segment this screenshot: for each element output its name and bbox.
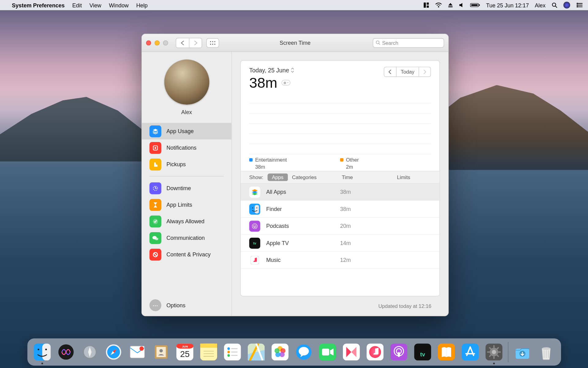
svg-rect-2 — [427, 6, 429, 8]
prev-day-button[interactable] — [384, 67, 396, 76]
dock-trash-icon[interactable] — [535, 341, 556, 362]
svg-rect-94 — [462, 343, 478, 360]
svg-point-81 — [299, 347, 309, 355]
dock-tv-icon[interactable]: tv — [412, 341, 433, 362]
date-selector[interactable]: Today, 25 June — [249, 67, 384, 74]
dock-mail-icon[interactable] — [126, 341, 148, 362]
dock-reminders-icon[interactable] — [222, 341, 243, 362]
podcasts-icon — [249, 220, 260, 232]
svg-rect-1 — [427, 2, 429, 5]
wifi-icon[interactable] — [435, 2, 442, 8]
svg-point-16 — [210, 41, 211, 42]
ellipsis-icon: ⋯ — [149, 299, 161, 311]
dock-music-icon[interactable] — [364, 341, 385, 362]
spotlight-icon[interactable] — [552, 2, 557, 8]
sidebar: Alex App Usage Notifications Pickups Dow… — [142, 52, 232, 316]
dock-news-icon[interactable] — [341, 341, 362, 362]
date-label: Today, 25 June — [249, 67, 289, 74]
menu-view[interactable]: View — [89, 2, 101, 8]
sidebar-item-communication[interactable]: Communication — [142, 230, 232, 246]
search-input[interactable]: Search — [373, 38, 444, 47]
dock-notes-icon[interactable] — [198, 341, 219, 362]
show-label: Show: — [249, 174, 263, 180]
svg-rect-83 — [322, 349, 329, 355]
svg-point-34 — [252, 207, 253, 208]
today-button[interactable]: Today — [396, 67, 419, 76]
zoom-button[interactable] — [163, 40, 168, 45]
dock-finder-icon[interactable] — [32, 341, 53, 362]
sidebar-item-downtime[interactable]: Downtime — [142, 180, 232, 196]
dock-messages-icon[interactable] — [293, 341, 314, 362]
eject-icon[interactable] — [448, 2, 453, 8]
menubar-user[interactable]: Alex — [535, 2, 545, 8]
svg-point-19 — [210, 44, 211, 44]
toggle-categories[interactable]: Categories — [288, 174, 321, 181]
forward-button[interactable] — [189, 38, 202, 47]
hourglass-icon — [149, 199, 161, 211]
dock-facetime-icon[interactable] — [317, 341, 338, 362]
menu-window[interactable]: Window — [109, 2, 129, 8]
svg-point-17 — [212, 41, 213, 42]
app-row[interactable]: Finder 38m — [241, 201, 439, 217]
menubar-datetime[interactable]: Tue 25 Jun 12:17 — [486, 2, 529, 8]
svg-point-45 — [37, 349, 39, 351]
updated-label: Updated today at 12:16 — [379, 303, 432, 309]
dock-podcasts-icon[interactable] — [388, 341, 409, 362]
dock-settings-icon[interactable] — [483, 341, 504, 362]
app-row[interactable]: Podcasts 20m — [241, 218, 439, 235]
menubar: System Preferences Edit View Window Help… — [0, 0, 588, 10]
menu-edit[interactable]: Edit — [72, 2, 82, 8]
dock-siri-icon[interactable] — [55, 341, 76, 362]
svg-point-90 — [398, 352, 400, 357]
sidebar-item-label: App Usage — [166, 128, 194, 134]
close-button[interactable] — [146, 40, 151, 45]
dock-contacts-icon[interactable] — [150, 341, 172, 362]
sidebar-item-app-usage[interactable]: App Usage — [142, 123, 232, 140]
menu-help[interactable]: Help — [136, 2, 148, 8]
svg-rect-7 — [479, 4, 480, 6]
toggle-apps[interactable]: Apps — [268, 174, 288, 181]
app-row[interactable]: All Apps 38m — [241, 184, 439, 201]
sidebar-item-app-limits[interactable]: App Limits — [142, 196, 232, 213]
dock-launchpad-icon[interactable] — [79, 341, 100, 362]
app-row[interactable]: Music 12m — [241, 252, 439, 269]
dock-calendar-icon[interactable]: JUN25 — [174, 341, 195, 362]
sidebar-item-notifications[interactable]: Notifications — [142, 140, 232, 156]
dock-photos-icon[interactable] — [269, 341, 290, 362]
sidebar-item-always-allowed[interactable]: Always Allowed — [142, 213, 232, 230]
menubar-tile-icon[interactable] — [423, 2, 429, 8]
dock-downloads-icon[interactable] — [511, 341, 533, 362]
app-time-label: 14m — [340, 240, 391, 246]
dock-books-icon[interactable] — [435, 341, 457, 362]
siri-icon[interactable] — [564, 2, 570, 9]
svg-text:25: 25 — [180, 349, 190, 359]
divider — [149, 176, 224, 176]
sidebar-item-label: Downtime — [166, 185, 191, 191]
minimize-button[interactable] — [155, 40, 160, 45]
svg-line-31 — [154, 253, 157, 256]
app-row[interactable]: tv Apple TV 14m — [241, 235, 439, 251]
notification-center-icon[interactable] — [576, 2, 583, 8]
menubar-app-name[interactable]: System Preferences — [12, 2, 65, 8]
hand-icon — [149, 158, 161, 170]
sidebar-item-label: Always Allowed — [166, 218, 204, 224]
svg-point-69 — [227, 354, 230, 357]
show-all-button[interactable] — [206, 38, 219, 47]
options-label: Options — [166, 302, 185, 309]
svg-point-3 — [438, 6, 439, 7]
dock-maps-icon[interactable] — [245, 341, 266, 362]
dock: JUN25tv — [27, 338, 561, 366]
options-button[interactable]: ⋯ Options — [142, 295, 232, 316]
dock-safari-icon[interactable] — [103, 341, 124, 362]
battery-icon[interactable] — [470, 2, 480, 8]
sidebar-item-content-privacy[interactable]: Content & Privacy — [142, 246, 232, 263]
sidebar-item-pickups[interactable]: Pickups — [142, 156, 232, 173]
next-day-button[interactable] — [419, 67, 431, 76]
back-button[interactable] — [176, 38, 189, 47]
volume-icon[interactable] — [459, 2, 464, 8]
svg-point-18 — [214, 41, 215, 42]
svg-rect-44 — [42, 343, 51, 360]
svg-rect-62 — [200, 343, 217, 348]
user-avatar[interactable] — [164, 59, 209, 105]
dock-appstore-icon[interactable] — [459, 341, 481, 362]
